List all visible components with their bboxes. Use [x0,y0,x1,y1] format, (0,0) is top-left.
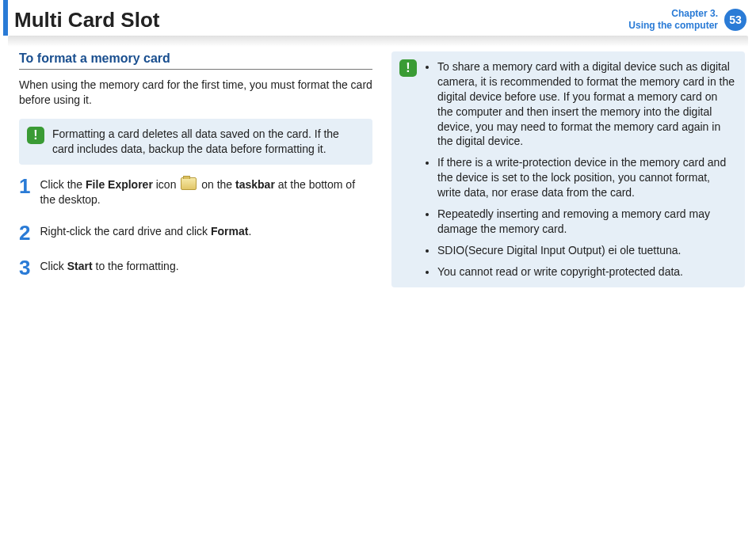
step-text: Right-click the card drive and click [40,225,211,238]
step-text: icon [153,178,179,191]
warning-text: Formatting a card deletes all data saved… [52,127,363,157]
step-bold: taskbar [235,178,275,191]
step-bold: Format [211,225,248,238]
step-text: Click the [40,178,86,191]
page-number-badge: 53 [724,9,746,31]
chapter-line-2: Using the computer [628,20,718,32]
step-number: 3 [19,257,30,278]
step-3: 3 Click Start to the formatting. [19,257,372,278]
step-bold: File Explorer [86,178,153,191]
chapter-label: Chapter 3. Using the computer [628,8,718,32]
chapter-line-1: Chapter 3. [628,8,718,20]
info-list: To share a memory card with a digital de… [425,59,735,279]
right-column: ! To share a memory card with a digital … [391,51,745,298]
folder-icon [181,177,197,190]
step-bold: Start [67,260,93,272]
step-text: to the formatting. [93,260,179,272]
content-columns: To format a memory card When using the m… [0,51,756,298]
step-text: . [248,225,251,238]
step-number: 1 [19,176,30,208]
list-item: To share a memory card with a digital de… [437,59,735,149]
header-shadow [8,36,748,47]
list-item: Repeatedly inserting and removing a memo… [437,207,735,237]
intro-text: When using the memory card for the first… [19,78,372,108]
section-heading: To format a memory card [19,51,372,70]
header-right: Chapter 3. Using the computer 53 [628,8,746,32]
list-item: If there is a write-protection device in… [437,155,735,200]
list-item: You cannot read or write copyright-prote… [437,264,735,279]
left-column: To format a memory card When using the m… [19,51,372,298]
page-header: Multi Card Slot Chapter 3. Using the com… [3,0,756,36]
step-body: Click Start to the formatting. [40,257,178,278]
step-1: 1 Click the File Explorer icon on the ta… [19,176,372,208]
step-body: Click the File Explorer icon on the task… [40,176,372,208]
step-text: on the [198,178,235,191]
step-body: Right-click the card drive and click For… [40,222,251,243]
page-title: Multi Card Slot [8,8,628,32]
exclamation-icon: ! [399,59,417,77]
step-number: 2 [19,222,30,243]
step-text: Click [40,260,67,272]
list-item: SDIO(Secure Digital Input Output) ei ole… [437,243,735,258]
step-2: 2 Right-click the card drive and click F… [19,222,372,243]
exclamation-icon: ! [27,127,44,144]
info-note: ! To share a memory card with a digital … [391,51,745,287]
warning-note: ! Formatting a card deletes all data sav… [19,119,372,165]
info-content: To share a memory card with a digital de… [425,59,735,279]
